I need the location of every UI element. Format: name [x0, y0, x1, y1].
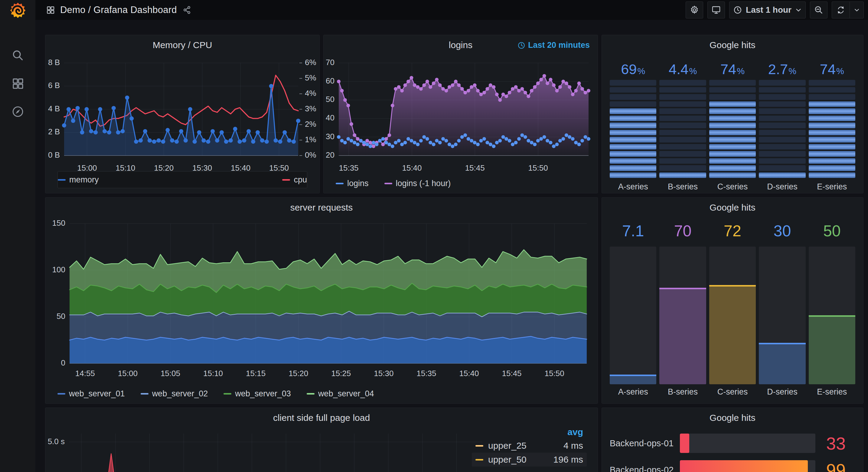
- svg-text:100: 100: [52, 265, 65, 274]
- gauge-segment: [610, 137, 656, 143]
- gauge-segment: [659, 87, 706, 93]
- legend: memorycpu: [58, 171, 307, 188]
- settings-button[interactable]: [686, 1, 703, 19]
- gauge-segment: [759, 116, 805, 121]
- gauge-segment: [809, 165, 855, 171]
- panel-title[interactable]: Google hits: [602, 198, 863, 217]
- category-label: A-series: [610, 387, 656, 397]
- gauge-row: Backend-ops-0133: [610, 434, 857, 453]
- legend-row-upper-50[interactable]: upper_50 196 ms: [472, 453, 587, 467]
- series-avg-value: 196 ms: [554, 454, 583, 465]
- category-label: E-series: [809, 387, 855, 397]
- sidebar-item-explore[interactable]: [11, 105, 24, 118]
- svg-text:60: 60: [326, 76, 335, 85]
- legend-row-upper-25[interactable]: upper_25 4 ms: [472, 439, 587, 453]
- gauge-segment: [759, 101, 805, 107]
- panel-google-hits-hbars: Google hits Backend-ops-0133Backend-ops-…: [601, 408, 864, 472]
- refresh-interval-button[interactable]: [849, 2, 864, 18]
- horizontal-bar-gauge: Backend-ops-0133Backend-ops-0299: [610, 434, 857, 472]
- svg-text:150: 150: [52, 218, 65, 228]
- grafana-logo[interactable]: [9, 2, 27, 20]
- gauge-value: 74%: [709, 58, 756, 76]
- gauge-column: 70B-series: [659, 222, 706, 397]
- gauge-fill: [709, 285, 756, 384]
- sidebar-item-search[interactable]: [11, 49, 24, 62]
- gauge-segment: [659, 94, 706, 100]
- gauge-segment: [759, 87, 805, 93]
- lcd-gauge: 69%A-series4.4%B-series74%C-series2.7%D-…: [610, 58, 855, 191]
- category-label: C-series: [709, 387, 756, 397]
- time-range-picker[interactable]: Last 1 hour: [729, 1, 806, 19]
- share-button[interactable]: [182, 5, 191, 14]
- legend-item[interactable]: web_server_02: [141, 389, 208, 399]
- legend-item[interactable]: cpu: [282, 175, 307, 184]
- svg-text:5.0 s: 5.0 s: [48, 437, 65, 446]
- gauge-segment: [759, 94, 805, 100]
- cycle-view-button[interactable]: [707, 1, 725, 19]
- gauge-segment: [659, 101, 706, 107]
- svg-text:15:45: 15:45: [502, 369, 522, 378]
- legend-item[interactable]: memory: [58, 175, 99, 184]
- series-color-dash: [58, 179, 66, 181]
- dashboard-title[interactable]: Demo / Grafana Dashboard: [60, 4, 177, 16]
- gauge-segments: [610, 80, 656, 178]
- panel-client-page-load: client side full page load 5.0 s avg upp…: [45, 408, 598, 472]
- legend-item[interactable]: logins (-1 hour): [384, 179, 451, 188]
- svg-text:30: 30: [326, 132, 335, 141]
- panel-title[interactable]: Google hits: [602, 35, 863, 55]
- svg-text:15:00: 15:00: [118, 369, 137, 378]
- legend-item[interactable]: web_server_04: [307, 389, 374, 399]
- legend-item[interactable]: web_server_01: [58, 389, 125, 399]
- gauge-column: 72C-series: [709, 222, 756, 397]
- panel-memory-cpu: Memory / CPU 8 B6 B4 B2 B0 B6%5%4%3%2%1%…: [45, 35, 320, 193]
- svg-text:4 B: 4 B: [48, 104, 60, 113]
- svg-text:40: 40: [326, 113, 335, 122]
- gauge-segment: [610, 130, 656, 136]
- series-color-dash: [475, 445, 483, 447]
- sidebar-nav: [11, 49, 24, 118]
- gauge-track: [809, 246, 855, 384]
- panel-title[interactable]: Google hits: [602, 408, 863, 428]
- series-name: cpu: [294, 175, 307, 184]
- legend: loginslogins (-1 hour): [336, 179, 586, 188]
- server-requests-chart: 15010050014:5515:0015:0515:1015:1515:201…: [45, 198, 598, 404]
- zoom-out-button[interactable]: [810, 1, 828, 19]
- gauge-segment: [759, 158, 805, 164]
- gauge-segment: [709, 173, 756, 178]
- sidebar-item-dashboards[interactable]: [11, 78, 24, 90]
- refresh-button[interactable]: [832, 2, 849, 18]
- gauge-segment: [659, 122, 706, 128]
- svg-text:8 B: 8 B: [48, 58, 60, 67]
- svg-text:2%: 2%: [305, 119, 316, 128]
- breadcrumb[interactable]: Demo / Grafana Dashboard: [46, 4, 191, 16]
- logins-chart: 70605040302015:3515:4015:4515:50: [323, 35, 598, 193]
- legend-item[interactable]: logins: [336, 179, 369, 188]
- svg-text:15:15: 15:15: [246, 369, 266, 378]
- gauge-segment: [610, 144, 656, 150]
- gauge-segment: [610, 165, 656, 171]
- legend-avg-header[interactable]: avg: [472, 425, 587, 439]
- gauge-column: 74%E-series: [809, 58, 855, 191]
- bar-gauge: 7.1A-series70B-series72C-series30D-serie…: [610, 222, 855, 397]
- gauge-segment: [759, 165, 805, 171]
- svg-text:2 B: 2 B: [48, 127, 60, 136]
- share-icon: [182, 5, 191, 14]
- series-name: web_server_04: [318, 389, 374, 399]
- series-name: web_server_02: [152, 389, 208, 399]
- series-color-dash: [475, 459, 483, 461]
- dashboards-icon: [12, 78, 24, 90]
- gauge-segment: [659, 144, 706, 150]
- legend: web_server_01web_server_02web_server_03w…: [58, 389, 586, 399]
- svg-text:0 B: 0 B: [48, 150, 60, 159]
- svg-text:50: 50: [57, 312, 65, 321]
- svg-text:15:45: 15:45: [465, 164, 485, 173]
- panel-google-hits-lcd: Google hits 69%A-series4.4%B-series74%C-…: [601, 35, 864, 193]
- svg-text:3%: 3%: [305, 104, 316, 113]
- gauge-segments: [759, 80, 805, 178]
- gauge-segment: [659, 165, 706, 171]
- gauge-segment: [809, 116, 855, 121]
- refresh-button-group: [832, 1, 864, 19]
- gauge-segment: [759, 144, 805, 150]
- gauge-segment: [759, 151, 805, 157]
- legend-item[interactable]: web_server_03: [223, 389, 291, 399]
